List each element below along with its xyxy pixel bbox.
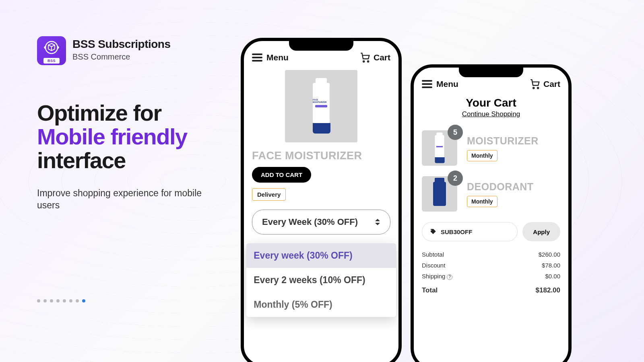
- continue-shopping-link[interactable]: Continue Shopping: [422, 110, 560, 118]
- product-image: FACE MOISTURIZER: [285, 70, 357, 142]
- cart-title: Your Cart: [422, 97, 560, 109]
- apply-button[interactable]: Apply: [522, 222, 560, 241]
- carousel-dot-active[interactable]: [82, 299, 85, 302]
- phone-notch: [289, 40, 353, 51]
- phone-cart: Menu Cart Your Cart Continue Shopping 5 …: [411, 64, 572, 362]
- carousel-dot[interactable]: [76, 299, 79, 302]
- cart-label: Cart: [374, 53, 390, 62]
- menu-label: Menu: [266, 53, 289, 62]
- product-title: FACE MOISTURIZER: [252, 150, 390, 162]
- carousel-dot[interactable]: [37, 299, 40, 302]
- svg-point-1: [363, 61, 364, 62]
- frequency-option[interactable]: Monthly (5% OFF): [246, 292, 396, 317]
- cart-item-thumb: 2: [422, 176, 457, 212]
- cart-label: Cart: [543, 79, 560, 89]
- subtotal-label: Subtotal: [422, 251, 444, 258]
- carousel-dot[interactable]: [43, 299, 47, 302]
- discount-label: Discount: [422, 262, 445, 269]
- carousel-dot[interactable]: [56, 299, 60, 302]
- frequency-dropdown[interactable]: Every Week (30% OFF): [252, 210, 390, 234]
- menu-label: Menu: [436, 79, 458, 89]
- menu-button[interactable]: Menu: [252, 53, 289, 62]
- brand-logo: BSS: [37, 36, 66, 65]
- carousel-dot[interactable]: [50, 299, 53, 302]
- phone-notch: [459, 67, 523, 77]
- brand-subtitle: BSS Commerce: [72, 52, 171, 62]
- box-circle-icon: [43, 39, 60, 56]
- quantity-badge: 2: [448, 171, 463, 186]
- stick-illustration: [433, 182, 446, 206]
- quantity-badge: 5: [448, 125, 463, 140]
- subtotal-value: $260.00: [539, 251, 560, 258]
- frequency-option[interactable]: Every 2 weeks (10% OFF): [246, 268, 396, 292]
- totals-block: Subtotal$260.00 Discount$78.00 Shipping?…: [422, 251, 560, 294]
- cart-button[interactable]: Cart: [360, 52, 390, 63]
- svg-point-2: [367, 61, 369, 62]
- phone-product: Menu Cart FACE MOISTURIZER FACE MOISTURI…: [241, 38, 402, 362]
- brand-block: BSS BSS Subscriptions BSS Commerce: [37, 36, 225, 65]
- menu-button[interactable]: Menu: [422, 79, 458, 89]
- tag-icon: [429, 228, 437, 235]
- total-value: $182.00: [536, 286, 560, 294]
- promo-code-value: SUB30OFF: [441, 228, 472, 235]
- total-label: Total: [422, 286, 438, 294]
- brand-badge: BSS: [43, 58, 60, 64]
- promo-code-input[interactable]: SUB30OFF: [422, 222, 518, 241]
- cart-item-thumb: 5: [422, 130, 457, 166]
- headline-line1: Optimize for: [37, 100, 161, 125]
- hamburger-icon: [252, 53, 262, 62]
- carousel-dot[interactable]: [69, 299, 72, 302]
- frequency-badge: Monthly: [467, 150, 497, 161]
- carousel-dots: [37, 299, 85, 302]
- updown-icon: [375, 218, 380, 226]
- cart-item-name: MOISTURIZER: [467, 135, 539, 147]
- subheadline: Improve shopping experience for mobile u…: [37, 187, 206, 212]
- delivery-badge: Delivery: [252, 188, 286, 201]
- svg-point-4: [537, 87, 539, 88]
- headline-line3: interface: [37, 148, 126, 173]
- discount-value: $78.00: [542, 262, 560, 269]
- tube-illustration: [435, 133, 444, 164]
- carousel-dot[interactable]: [63, 299, 66, 302]
- frequency-badge: Monthly: [467, 196, 497, 207]
- headline: Optimize for Mobile friendly interface: [37, 101, 225, 172]
- hamburger-icon: [422, 80, 432, 88]
- cart-icon: [530, 79, 540, 89]
- shipping-value: $0.00: [545, 273, 560, 280]
- cart-item-name: DEODORANT: [467, 181, 534, 193]
- info-icon[interactable]: ?: [447, 274, 452, 280]
- add-to-cart-button[interactable]: ADD TO CART: [252, 167, 311, 183]
- tube-illustration: FACE MOISTURIZER: [313, 78, 330, 134]
- frequency-option[interactable]: Every week (30% OFF): [246, 243, 396, 268]
- cart-item: 5 MOISTURIZER Monthly: [422, 130, 560, 166]
- cart-item: 2 DEODORANT Monthly: [422, 176, 560, 212]
- dropdown-selected-label: Every Week (30% OFF): [262, 217, 358, 227]
- headline-accent: Mobile friendly: [37, 124, 187, 149]
- cart-button[interactable]: Cart: [530, 79, 560, 89]
- cart-icon: [360, 52, 370, 63]
- svg-point-3: [533, 87, 534, 88]
- shipping-label: Shipping?: [422, 273, 452, 280]
- frequency-options: Every week (30% OFF) Every 2 weeks (10% …: [246, 243, 396, 317]
- brand-title: BSS Subscriptions: [72, 38, 171, 51]
